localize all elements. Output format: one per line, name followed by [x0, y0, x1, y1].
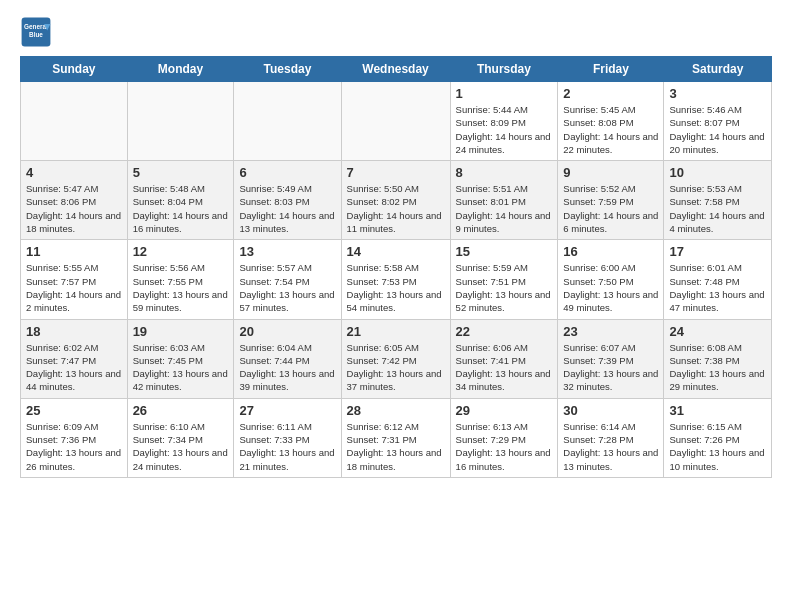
calendar-cell: 1Sunrise: 5:44 AMSunset: 8:09 PMDaylight…: [450, 82, 558, 161]
calendar-cell: 20Sunrise: 6:04 AMSunset: 7:44 PMDayligh…: [234, 319, 341, 398]
day-number: 30: [563, 403, 658, 418]
calendar-cell: 6Sunrise: 5:49 AMSunset: 8:03 PMDaylight…: [234, 161, 341, 240]
calendar-cell: 27Sunrise: 6:11 AMSunset: 7:33 PMDayligh…: [234, 398, 341, 477]
calendar-cell: 31Sunrise: 6:15 AMSunset: 7:26 PMDayligh…: [664, 398, 772, 477]
day-info: Sunrise: 6:04 AMSunset: 7:44 PMDaylight:…: [239, 341, 335, 394]
calendar-cell: 10Sunrise: 5:53 AMSunset: 7:58 PMDayligh…: [664, 161, 772, 240]
day-info: Sunrise: 6:08 AMSunset: 7:38 PMDaylight:…: [669, 341, 766, 394]
calendar-header-row: SundayMondayTuesdayWednesdayThursdayFrid…: [21, 57, 772, 82]
day-header-tuesday: Tuesday: [234, 57, 341, 82]
day-info: Sunrise: 5:53 AMSunset: 7:58 PMDaylight:…: [669, 182, 766, 235]
day-header-sunday: Sunday: [21, 57, 128, 82]
day-number: 9: [563, 165, 658, 180]
day-info: Sunrise: 6:13 AMSunset: 7:29 PMDaylight:…: [456, 420, 553, 473]
day-number: 22: [456, 324, 553, 339]
day-info: Sunrise: 6:09 AMSunset: 7:36 PMDaylight:…: [26, 420, 122, 473]
day-info: Sunrise: 5:45 AMSunset: 8:08 PMDaylight:…: [563, 103, 658, 156]
calendar-cell: 18Sunrise: 6:02 AMSunset: 7:47 PMDayligh…: [21, 319, 128, 398]
logo-icon: General Blue: [20, 16, 52, 48]
calendar-week-3: 11Sunrise: 5:55 AMSunset: 7:57 PMDayligh…: [21, 240, 772, 319]
svg-text:Blue: Blue: [29, 31, 43, 38]
day-number: 14: [347, 244, 445, 259]
calendar-cell: 5Sunrise: 5:48 AMSunset: 8:04 PMDaylight…: [127, 161, 234, 240]
calendar-cell: 16Sunrise: 6:00 AMSunset: 7:50 PMDayligh…: [558, 240, 664, 319]
day-info: Sunrise: 5:55 AMSunset: 7:57 PMDaylight:…: [26, 261, 122, 314]
day-info: Sunrise: 6:03 AMSunset: 7:45 PMDaylight:…: [133, 341, 229, 394]
day-info: Sunrise: 5:51 AMSunset: 8:01 PMDaylight:…: [456, 182, 553, 235]
day-info: Sunrise: 5:48 AMSunset: 8:04 PMDaylight:…: [133, 182, 229, 235]
header: General Blue: [20, 16, 772, 48]
day-number: 24: [669, 324, 766, 339]
calendar-cell: 28Sunrise: 6:12 AMSunset: 7:31 PMDayligh…: [341, 398, 450, 477]
day-number: 21: [347, 324, 445, 339]
calendar-cell: 12Sunrise: 5:56 AMSunset: 7:55 PMDayligh…: [127, 240, 234, 319]
calendar-body: 1Sunrise: 5:44 AMSunset: 8:09 PMDaylight…: [21, 82, 772, 478]
calendar-cell: 8Sunrise: 5:51 AMSunset: 8:01 PMDaylight…: [450, 161, 558, 240]
day-number: 5: [133, 165, 229, 180]
calendar-cell: 14Sunrise: 5:58 AMSunset: 7:53 PMDayligh…: [341, 240, 450, 319]
day-info: Sunrise: 5:58 AMSunset: 7:53 PMDaylight:…: [347, 261, 445, 314]
day-info: Sunrise: 6:05 AMSunset: 7:42 PMDaylight:…: [347, 341, 445, 394]
day-info: Sunrise: 5:44 AMSunset: 8:09 PMDaylight:…: [456, 103, 553, 156]
calendar-cell: 17Sunrise: 6:01 AMSunset: 7:48 PMDayligh…: [664, 240, 772, 319]
day-number: 27: [239, 403, 335, 418]
day-number: 28: [347, 403, 445, 418]
day-number: 10: [669, 165, 766, 180]
day-number: 18: [26, 324, 122, 339]
day-header-saturday: Saturday: [664, 57, 772, 82]
day-number: 2: [563, 86, 658, 101]
day-info: Sunrise: 6:12 AMSunset: 7:31 PMDaylight:…: [347, 420, 445, 473]
day-info: Sunrise: 5:47 AMSunset: 8:06 PMDaylight:…: [26, 182, 122, 235]
day-info: Sunrise: 5:50 AMSunset: 8:02 PMDaylight:…: [347, 182, 445, 235]
day-header-wednesday: Wednesday: [341, 57, 450, 82]
day-number: 1: [456, 86, 553, 101]
calendar-cell: 30Sunrise: 6:14 AMSunset: 7:28 PMDayligh…: [558, 398, 664, 477]
day-number: 3: [669, 86, 766, 101]
day-number: 17: [669, 244, 766, 259]
day-number: 6: [239, 165, 335, 180]
day-info: Sunrise: 5:52 AMSunset: 7:59 PMDaylight:…: [563, 182, 658, 235]
calendar-table: SundayMondayTuesdayWednesdayThursdayFrid…: [20, 56, 772, 478]
day-info: Sunrise: 5:57 AMSunset: 7:54 PMDaylight:…: [239, 261, 335, 314]
calendar-cell: [341, 82, 450, 161]
day-number: 13: [239, 244, 335, 259]
day-number: 12: [133, 244, 229, 259]
day-info: Sunrise: 6:11 AMSunset: 7:33 PMDaylight:…: [239, 420, 335, 473]
day-header-monday: Monday: [127, 57, 234, 82]
day-number: 31: [669, 403, 766, 418]
calendar-cell: 26Sunrise: 6:10 AMSunset: 7:34 PMDayligh…: [127, 398, 234, 477]
calendar-cell: [127, 82, 234, 161]
calendar-cell: 15Sunrise: 5:59 AMSunset: 7:51 PMDayligh…: [450, 240, 558, 319]
day-number: 19: [133, 324, 229, 339]
calendar-week-4: 18Sunrise: 6:02 AMSunset: 7:47 PMDayligh…: [21, 319, 772, 398]
calendar-week-5: 25Sunrise: 6:09 AMSunset: 7:36 PMDayligh…: [21, 398, 772, 477]
day-info: Sunrise: 5:56 AMSunset: 7:55 PMDaylight:…: [133, 261, 229, 314]
calendar-cell: 13Sunrise: 5:57 AMSunset: 7:54 PMDayligh…: [234, 240, 341, 319]
day-number: 7: [347, 165, 445, 180]
calendar-cell: 3Sunrise: 5:46 AMSunset: 8:07 PMDaylight…: [664, 82, 772, 161]
calendar-cell: 23Sunrise: 6:07 AMSunset: 7:39 PMDayligh…: [558, 319, 664, 398]
calendar-cell: 7Sunrise: 5:50 AMSunset: 8:02 PMDaylight…: [341, 161, 450, 240]
calendar-cell: 25Sunrise: 6:09 AMSunset: 7:36 PMDayligh…: [21, 398, 128, 477]
day-info: Sunrise: 6:06 AMSunset: 7:41 PMDaylight:…: [456, 341, 553, 394]
day-number: 26: [133, 403, 229, 418]
day-info: Sunrise: 5:59 AMSunset: 7:51 PMDaylight:…: [456, 261, 553, 314]
calendar-cell: 22Sunrise: 6:06 AMSunset: 7:41 PMDayligh…: [450, 319, 558, 398]
day-number: 25: [26, 403, 122, 418]
day-info: Sunrise: 6:02 AMSunset: 7:47 PMDaylight:…: [26, 341, 122, 394]
day-info: Sunrise: 6:01 AMSunset: 7:48 PMDaylight:…: [669, 261, 766, 314]
calendar-cell: 29Sunrise: 6:13 AMSunset: 7:29 PMDayligh…: [450, 398, 558, 477]
day-number: 23: [563, 324, 658, 339]
day-info: Sunrise: 5:46 AMSunset: 8:07 PMDaylight:…: [669, 103, 766, 156]
day-info: Sunrise: 6:00 AMSunset: 7:50 PMDaylight:…: [563, 261, 658, 314]
calendar-cell: [234, 82, 341, 161]
day-number: 8: [456, 165, 553, 180]
day-info: Sunrise: 6:10 AMSunset: 7:34 PMDaylight:…: [133, 420, 229, 473]
day-number: 20: [239, 324, 335, 339]
day-number: 4: [26, 165, 122, 180]
calendar-cell: 21Sunrise: 6:05 AMSunset: 7:42 PMDayligh…: [341, 319, 450, 398]
calendar-cell: 9Sunrise: 5:52 AMSunset: 7:59 PMDaylight…: [558, 161, 664, 240]
calendar-cell: 11Sunrise: 5:55 AMSunset: 7:57 PMDayligh…: [21, 240, 128, 319]
day-header-friday: Friday: [558, 57, 664, 82]
svg-text:General: General: [24, 23, 48, 30]
